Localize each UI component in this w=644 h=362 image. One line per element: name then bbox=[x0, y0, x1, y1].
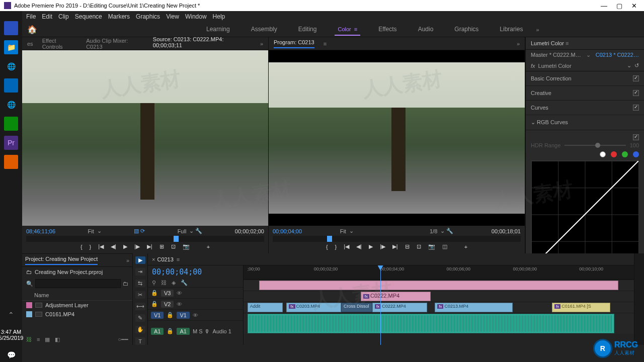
link-icon[interactable]: ⛓ bbox=[161, 280, 167, 286]
tab-scopes[interactable]: es bbox=[27, 41, 33, 47]
search-input[interactable] bbox=[35, 279, 121, 288]
listview-icon[interactable]: ≡ bbox=[37, 336, 40, 343]
export-frame-icon[interactable]: 📷 bbox=[428, 243, 435, 250]
selection-tool-icon[interactable]: ▶ bbox=[135, 256, 145, 264]
overwrite-icon[interactable]: ⊡ bbox=[171, 243, 176, 250]
lumetri-master[interactable]: Master * C0222.M… bbox=[531, 52, 581, 58]
source-monitor[interactable] bbox=[22, 50, 268, 226]
timeline-tracks[interactable]: ;00;00 00;00;02;00 00;00;04;00 00;00;06;… bbox=[244, 265, 634, 345]
clip-crossdissol[interactable]: Cross Dissol bbox=[341, 303, 372, 312]
chevron-down-icon[interactable]: ⌄ bbox=[627, 62, 631, 69]
menu-window[interactable]: Window bbox=[185, 13, 207, 20]
link-icon[interactable]: ⛓ bbox=[26, 336, 32, 343]
menu-help[interactable]: Help bbox=[213, 13, 225, 20]
program-zoom[interactable]: 1/8 bbox=[430, 228, 437, 234]
ws-learning[interactable]: Learning bbox=[203, 24, 233, 36]
type-tool-icon[interactable]: T bbox=[135, 337, 145, 345]
ws-graphics[interactable]: Graphics bbox=[451, 24, 481, 36]
reset-icon[interactable]: ↺ bbox=[634, 62, 639, 69]
chevron-down-icon[interactable]: ⌄ bbox=[97, 228, 102, 234]
play-icon[interactable]: ▶ bbox=[123, 243, 127, 250]
track-v3-header[interactable]: 🔒V3👁 bbox=[148, 287, 243, 298]
rgb-checkbox[interactable] bbox=[633, 134, 639, 140]
program-tc-in[interactable]: 00;00;04;00 bbox=[273, 228, 302, 234]
marker-icon[interactable]: ◈ bbox=[172, 280, 176, 286]
section-basic[interactable]: Basic Correction bbox=[526, 71, 644, 86]
bin-item-adjustment[interactable]: Adjustment Layer bbox=[22, 301, 132, 310]
razor-tool-icon[interactable]: ✂ bbox=[135, 291, 145, 299]
taskbar-premiere-icon[interactable]: Pr bbox=[4, 136, 18, 150]
project-overflow[interactable]: » bbox=[126, 257, 129, 263]
ws-editing[interactable]: Editing bbox=[295, 24, 320, 36]
step-back-icon[interactable]: ◀| bbox=[356, 243, 362, 250]
mark-out-icon[interactable]: } bbox=[335, 244, 337, 250]
taskbar-app-icon[interactable] bbox=[4, 155, 18, 169]
curve-blue-icon[interactable] bbox=[633, 151, 639, 157]
clip-audio[interactable] bbox=[248, 314, 614, 333]
program-fit[interactable]: Fit bbox=[340, 228, 346, 234]
taskbar-explorer-icon[interactable]: 📁 bbox=[4, 40, 18, 54]
curve-green-icon[interactable] bbox=[622, 151, 628, 157]
curve-red-icon[interactable] bbox=[611, 151, 617, 157]
track-v3-lane[interactable] bbox=[244, 280, 634, 291]
section-curves[interactable]: Curves bbox=[526, 101, 644, 115]
mark-in-icon[interactable]: { bbox=[80, 244, 83, 250]
clip-c0203mp4[interactable]: fxC0203.MP4 bbox=[286, 303, 341, 312]
bin-item-c0161[interactable]: C0161.MP4 bbox=[22, 310, 132, 319]
freeform-icon[interactable]: ◧ bbox=[55, 336, 60, 343]
ws-overflow[interactable]: » bbox=[536, 27, 539, 33]
sequence-tab[interactable]: C0213 bbox=[157, 256, 173, 262]
minimize-button[interactable]: — bbox=[601, 2, 607, 10]
timeline-timecode[interactable]: 00;00;04;00 bbox=[148, 265, 243, 279]
step-back-icon[interactable]: ◀| bbox=[111, 243, 116, 250]
source-tc-in[interactable]: 08;46;11;06 bbox=[26, 228, 55, 234]
tab-source[interactable]: Source: C0213: C0222.MP4: 00;00;03;11 bbox=[153, 36, 251, 51]
settings-icon[interactable]: 🔧 bbox=[181, 280, 188, 286]
track-select-tool-icon[interactable]: ⇥ bbox=[135, 268, 145, 276]
pen-tool-icon[interactable]: ✎ bbox=[135, 314, 145, 322]
basic-checkbox[interactable] bbox=[633, 75, 639, 81]
taskbar-tray-icon[interactable]: ⌃ bbox=[4, 308, 18, 322]
mark-out-icon[interactable]: } bbox=[90, 244, 92, 250]
menu-markers[interactable]: Markers bbox=[108, 13, 130, 20]
menu-sequence[interactable]: Sequence bbox=[75, 13, 102, 20]
bin-icon[interactable]: 🗀 bbox=[26, 269, 32, 275]
lift-icon[interactable]: ⊟ bbox=[405, 243, 410, 250]
insert-icon[interactable]: ⊞ bbox=[159, 243, 164, 250]
mark-in-icon[interactable]: { bbox=[326, 244, 328, 250]
add-btn-icon[interactable]: + bbox=[464, 244, 467, 250]
rgb-curve-graph[interactable] bbox=[531, 160, 639, 253]
iconview-icon[interactable]: ▦ bbox=[45, 336, 50, 343]
clip-v2[interactable]: fxC0222.MP4 bbox=[361, 292, 431, 301]
export-frame-icon[interactable]: 📷 bbox=[183, 243, 190, 250]
goto-in-icon[interactable]: |◀ bbox=[344, 243, 349, 250]
menu-edit[interactable]: Edit bbox=[42, 13, 52, 20]
track-v1-lane[interactable]: AdditfxC0203.MP4Cross DissolfxC0222.MP4f… bbox=[244, 302, 634, 313]
home-icon[interactable]: 🏠 bbox=[22, 25, 42, 34]
ripple-tool-icon[interactable]: ⇆ bbox=[135, 280, 145, 287]
tab-effect-controls[interactable]: Effect Controls bbox=[42, 38, 77, 50]
ws-effects[interactable]: Effects bbox=[375, 24, 399, 36]
taskbar-shield-icon[interactable] bbox=[4, 21, 18, 35]
program-scrubber[interactable] bbox=[273, 236, 521, 242]
tab-project[interactable]: Project: Creating New Project bbox=[25, 256, 98, 265]
clip-c0213mp4[interactable]: fxC0213.MP4 bbox=[435, 303, 513, 312]
col-name-header[interactable]: Name bbox=[22, 290, 132, 301]
taskbar-notif-icon[interactable]: 💬 bbox=[4, 348, 18, 362]
ws-assembly[interactable]: Assembly bbox=[248, 24, 280, 36]
playhead[interactable] bbox=[380, 265, 381, 345]
menu-view[interactable]: View bbox=[166, 13, 179, 20]
source-fit[interactable]: Fit bbox=[88, 228, 94, 234]
track-v1-header[interactable]: V1🔒V1👁 bbox=[148, 309, 243, 320]
new-bin-icon[interactable]: 🗀 bbox=[123, 281, 128, 287]
clip-adjustment[interactable] bbox=[259, 281, 618, 290]
goto-out-icon[interactable]: ▶| bbox=[392, 243, 398, 250]
extract-icon[interactable]: ⊡ bbox=[417, 243, 421, 250]
goto-in-icon[interactable]: |◀ bbox=[98, 243, 104, 250]
timeline-ruler[interactable]: ;00;00 00;00;02;00 00;00;04;00 00;00;06;… bbox=[244, 265, 634, 280]
menu-clip[interactable]: Clip bbox=[58, 13, 69, 20]
play-icon[interactable]: ▶ bbox=[369, 243, 373, 250]
track-a1-header[interactable]: A1🔒A1M S 🎙Audio 1 bbox=[148, 320, 243, 341]
source-overflow[interactable]: » bbox=[260, 41, 263, 47]
add-btn-icon[interactable]: + bbox=[207, 244, 210, 250]
